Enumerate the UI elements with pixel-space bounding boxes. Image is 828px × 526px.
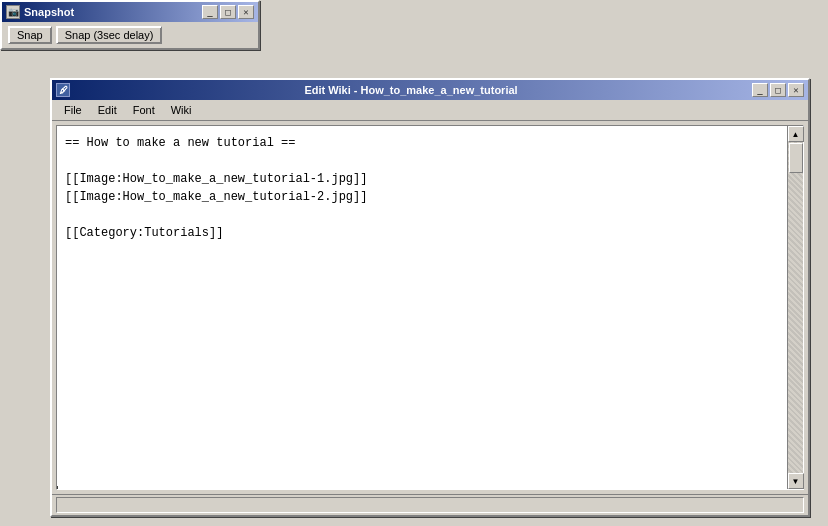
scrollbar-track[interactable] — [788, 142, 803, 473]
wiki-statusbar — [52, 494, 808, 515]
wiki-window-icon: 🖊 — [56, 83, 70, 97]
statusbar-field — [56, 497, 804, 513]
snapshot-window: 📷 Snapshot _ □ ✕ Snap Snap (3sec delay) — [0, 0, 260, 50]
wiki-titlebar: 🖊 Edit Wiki - How_to_make_a_new_tutorial… — [52, 80, 808, 100]
wiki-editor[interactable] — [57, 126, 787, 486]
snap-button[interactable]: Snap — [8, 26, 52, 44]
snapshot-maximize-button[interactable]: □ — [220, 5, 236, 19]
snapshot-titlebar-buttons: _ □ ✕ — [202, 5, 254, 19]
snapshot-minimize-button[interactable]: _ — [202, 5, 218, 19]
wiki-menubar: File Edit Font Wiki — [52, 100, 808, 121]
snapshot-window-icon: 📷 — [6, 5, 20, 19]
menu-font[interactable]: Font — [125, 102, 163, 118]
wiki-content-area: ▲ ▼ — [56, 125, 804, 490]
wiki-close-button[interactable]: ✕ — [788, 83, 804, 97]
snapshot-titlebar: 📷 Snapshot _ □ ✕ — [2, 2, 258, 22]
menu-wiki[interactable]: Wiki — [163, 102, 200, 118]
menu-edit[interactable]: Edit — [90, 102, 125, 118]
vertical-scrollbar[interactable]: ▲ ▼ — [787, 126, 803, 489]
menu-file[interactable]: File — [56, 102, 90, 118]
snap-delay-button[interactable]: Snap (3sec delay) — [56, 26, 163, 44]
wiki-maximize-button[interactable]: □ — [770, 83, 786, 97]
wiki-title: Edit Wiki - How_to_make_a_new_tutorial — [74, 84, 748, 96]
wiki-window: 🖊 Edit Wiki - How_to_make_a_new_tutorial… — [50, 78, 810, 517]
scrollbar-up-arrow[interactable]: ▲ — [788, 126, 804, 142]
snapshot-close-button[interactable]: ✕ — [238, 5, 254, 19]
snapshot-title: Snapshot — [24, 6, 198, 18]
scrollbar-down-arrow[interactable]: ▼ — [788, 473, 804, 489]
wiki-titlebar-buttons: _ □ ✕ — [752, 83, 804, 97]
scrollbar-thumb[interactable] — [789, 143, 803, 173]
snapshot-toolbar: Snap Snap (3sec delay) — [2, 22, 258, 48]
wiki-minimize-button[interactable]: _ — [752, 83, 768, 97]
